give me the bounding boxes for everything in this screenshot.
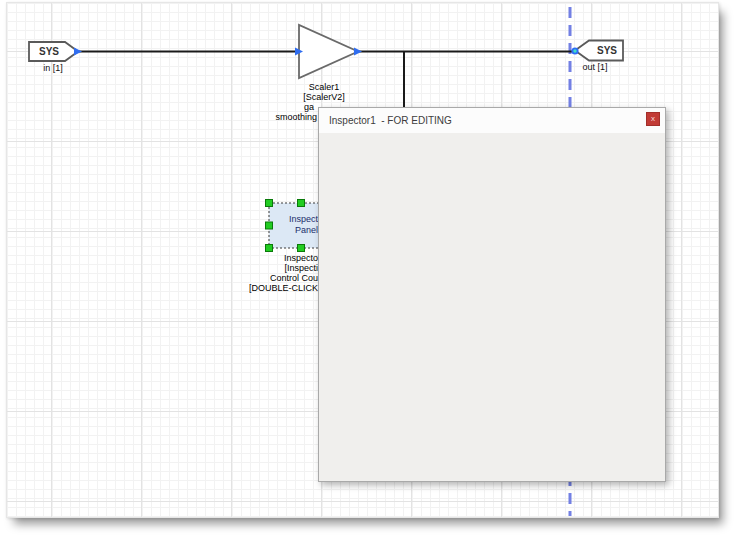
block-sys-in[interactable]: SYS in [1] <box>29 42 82 73</box>
diagram-canvas[interactable]: SYS in [1] Scaler1 [ScalerV2] ga smoothi… <box>6 2 719 518</box>
close-icon[interactable]: x <box>646 112 660 126</box>
inspector-window-title: Inspector1 - FOR EDITING <box>329 115 452 126</box>
selection-handle-nw[interactable] <box>266 200 273 207</box>
inspector-window-content <box>319 133 665 481</box>
scaler-prop2: smoothing <box>275 112 317 122</box>
sys-out-sublabel: out [1] <box>582 62 607 72</box>
selection-handle-sw[interactable] <box>266 245 273 252</box>
selection-handle-n[interactable] <box>298 200 305 207</box>
selection-handle-w[interactable] <box>266 222 273 229</box>
scaler-prop1: ga <box>304 102 314 112</box>
inspector-window-titlebar[interactable]: Inspector1 - FOR EDITING x <box>319 108 665 134</box>
scaler-output-port-icon <box>354 48 362 56</box>
selection-handle-s[interactable] <box>298 245 305 252</box>
block-sys-out[interactable]: SYS out [1] <box>571 41 623 73</box>
scaler-shape[interactable] <box>299 25 358 78</box>
sys-out-connection-marker-center <box>573 49 576 52</box>
sys-out-label: SYS <box>597 45 617 56</box>
inspector-caption-type: [Inspecti <box>284 263 318 273</box>
sys-in-output-port-icon <box>74 48 82 56</box>
sys-in-label: SYS <box>39 46 59 57</box>
inspector-block-text1: Inspect <box>289 214 319 224</box>
inspector-window: Inspector1 - FOR EDITING x <box>318 107 666 482</box>
scaler-type: [ScalerV2] <box>303 92 345 102</box>
inspector-caption-control: Control Cou <box>270 273 318 283</box>
inspector-block-text2: Panel <box>295 225 318 235</box>
inspector-caption-doubleclick: [DOUBLE-CLICK <box>249 283 318 293</box>
inspector-caption-name: Inspecto <box>284 253 318 263</box>
scaler-name: Scaler1 <box>309 82 340 92</box>
sys-in-sublabel: in [1] <box>43 63 63 73</box>
